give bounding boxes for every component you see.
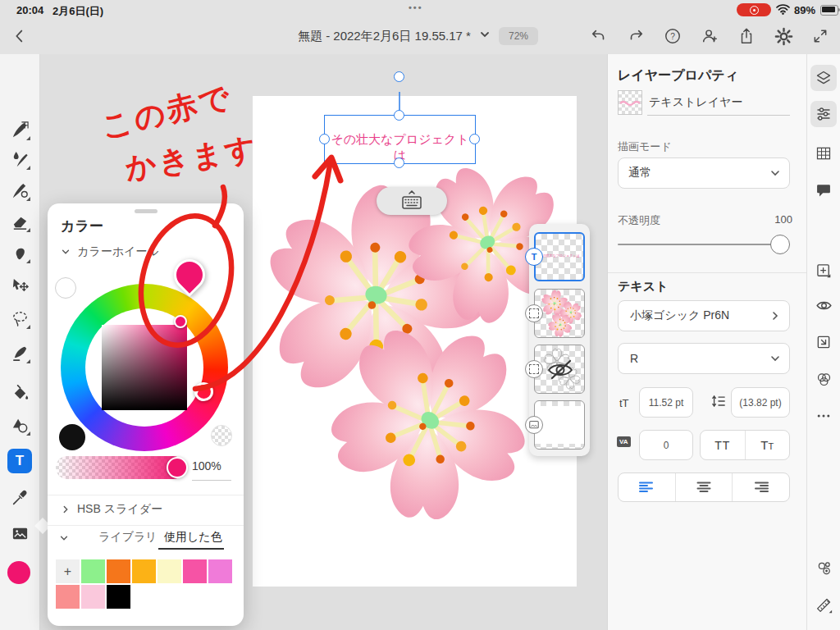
redo-button[interactable] — [624, 25, 647, 48]
visibility-eye-icon[interactable] — [810, 292, 837, 318]
import-layer-icon[interactable] — [810, 329, 837, 355]
align-center-button[interactable] — [675, 473, 733, 501]
panel-drag-handle[interactable] — [135, 209, 158, 213]
opacity-slider-track[interactable] — [618, 244, 782, 245]
opacity-label: 不透明度 — [618, 213, 660, 228]
panel-rail — [806, 49, 840, 630]
swatch[interactable] — [107, 559, 130, 583]
artboard[interactable] — [253, 96, 577, 587]
active-tab-underline — [158, 548, 224, 550]
uppercase-button[interactable]: TT — [701, 431, 745, 459]
swatch[interactable] — [208, 559, 232, 583]
swatch[interactable] — [183, 559, 207, 583]
fullscreen-button[interactable] — [809, 25, 832, 48]
eyedropper-tool[interactable] — [10, 488, 30, 508]
chevron-down-icon — [769, 353, 781, 364]
move-tool[interactable] — [10, 276, 30, 295]
clock: 20:04 — [16, 4, 43, 16]
swatch-grid: + — [56, 559, 232, 609]
flower-artwork — [253, 96, 577, 587]
swatch-section-toggle[interactable] — [59, 532, 69, 546]
screen-recording-indicator[interactable] — [737, 3, 771, 16]
handle-left[interactable] — [319, 134, 330, 144]
lasso-tool[interactable] — [10, 308, 30, 328]
opacity-slider-handle[interactable] — [167, 457, 188, 478]
blend-mode-dropdown[interactable]: 通常 — [618, 158, 790, 189]
settings-gear-icon[interactable] — [772, 25, 795, 48]
opacity-underline — [192, 480, 231, 481]
zoom-level-badge[interactable]: 72% — [499, 27, 538, 45]
hsb-sliders-toggle[interactable]: HSB スライダー — [61, 502, 162, 517]
text-tool[interactable]: T — [7, 449, 32, 473]
smallcaps-button[interactable]: Tt — [745, 431, 790, 459]
line-spacing-field[interactable]: (13.82 pt) — [731, 387, 790, 418]
handle-top[interactable] — [394, 110, 404, 121]
no-color-swatch[interactable] — [55, 277, 76, 299]
text-box[interactable]: その壮大なプロジェクトは — [324, 115, 476, 164]
add-swatch-button[interactable]: + — [56, 559, 80, 583]
undo-button[interactable] — [587, 25, 610, 48]
comment-panel-icon[interactable] — [810, 177, 837, 203]
chevron-right-icon — [61, 504, 71, 514]
swatch[interactable] — [107, 585, 130, 609]
share-button[interactable] — [735, 25, 758, 48]
status-bar: 20:04 2月6日(日) ••• 89% — [0, 0, 840, 20]
black-swatch[interactable] — [59, 424, 85, 450]
font-size-field[interactable]: 11.52 pt — [639, 387, 693, 418]
opacity-value: 100% — [192, 459, 221, 472]
help-button[interactable]: ? — [661, 25, 684, 48]
swatch[interactable] — [81, 559, 105, 583]
title-dropdown[interactable] — [479, 29, 491, 43]
handle-right[interactable] — [469, 134, 480, 144]
swatch[interactable] — [81, 585, 105, 609]
layers-panel-icon[interactable] — [810, 65, 837, 91]
alignment-group — [618, 472, 790, 502]
tracking-field[interactable]: 0 — [639, 430, 693, 460]
back-button[interactable] — [8, 25, 31, 48]
grid-panel-icon[interactable] — [810, 140, 837, 167]
record-icon — [750, 6, 759, 15]
mask-brush-tool[interactable] — [10, 343, 30, 363]
vector-brush-tool[interactable] — [10, 180, 30, 200]
font-family-button[interactable]: 小塚ゴシック Pr6N — [618, 300, 790, 331]
saturation-brightness-square[interactable] — [102, 325, 187, 410]
tab-library[interactable]: ライブラリ — [98, 530, 158, 545]
align-left-button[interactable] — [619, 473, 675, 501]
color-wheel-section-toggle[interactable]: カラーホイール — [61, 244, 159, 259]
align-right-button[interactable] — [732, 473, 789, 501]
hue-selector-ring[interactable] — [194, 382, 213, 401]
smudge-tool[interactable] — [10, 243, 30, 262]
sv-selector-dot[interactable] — [174, 315, 187, 328]
chevron-down-icon — [61, 247, 71, 257]
text-layer-badge: T — [525, 248, 543, 266]
pixel-brush-tool[interactable] — [10, 120, 30, 139]
opacity-value: 100 — [774, 213, 792, 226]
current-color-swatch[interactable] — [7, 561, 30, 584]
opacity-slider[interactable] — [56, 456, 185, 479]
eraser-tool[interactable] — [10, 212, 30, 231]
place-image-tool[interactable] — [10, 523, 30, 543]
swatch[interactable] — [132, 559, 156, 583]
tab-used-colors[interactable]: 使用した色 — [164, 530, 222, 545]
opacity-slider-knob[interactable] — [770, 235, 790, 254]
properties-panel-icon[interactable] — [810, 101, 837, 127]
more-options-icon[interactable] — [810, 403, 837, 429]
handle-bottom[interactable] — [394, 158, 404, 168]
font-weight-dropdown[interactable]: R — [618, 343, 790, 374]
live-brush-tool[interactable] — [10, 149, 30, 169]
ruler-icon[interactable] — [810, 591, 837, 618]
swatch[interactable] — [158, 559, 181, 583]
layer-thumbnails-panel: その壮大なプロジェクトは T — [529, 224, 590, 456]
layer-name-field[interactable]: テキストレイヤー — [649, 95, 742, 110]
rotate-handle[interactable] — [394, 71, 404, 82]
timelapse-record-icon[interactable] — [810, 555, 837, 581]
keyboard-button[interactable] — [377, 187, 447, 215]
white-swatch[interactable] — [211, 425, 232, 446]
swatch[interactable] — [56, 585, 80, 609]
battery-percent: 89% — [794, 4, 815, 16]
invite-button[interactable] — [698, 25, 721, 48]
blend-circles-icon[interactable] — [810, 366, 837, 392]
shapes-tool[interactable] — [10, 415, 30, 435]
fill-tool[interactable] — [10, 382, 30, 402]
add-layer-icon[interactable] — [810, 258, 837, 284]
